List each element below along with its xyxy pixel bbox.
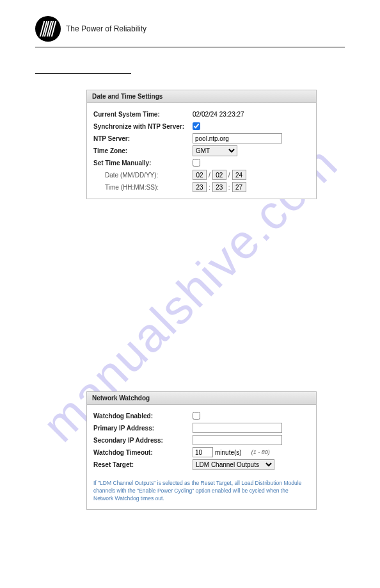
time-sep1: : [209,184,210,191]
timezone-select[interactable]: GMT [193,145,237,156]
date-mm-input[interactable] [193,170,207,180]
datetime-settings-panel: Date and Time Settings Current System Ti… [86,90,317,199]
secondary-ip-label: Secondary IP Address: [93,437,193,444]
reset-target-select[interactable]: LDM Channel Outputs [193,459,274,470]
date-sep2: / [228,172,230,179]
page-header: The Power of Reliability [35,0,345,47]
time-hh-input[interactable] [193,182,207,192]
sync-ntp-checkbox[interactable] [193,122,200,130]
time-label: Time (HH:MM:SS): [93,184,193,191]
watchdog-panel-title: Network Watchdog [87,392,316,405]
date-label: Date (MM/DD/YY): [93,172,193,179]
current-time-value: 02/02/24 23:23:27 [193,111,310,118]
tagline-text: The Power of Reliability [66,24,146,33]
primary-ip-label: Primary IP Address: [93,425,193,432]
primary-ip-input[interactable] [193,423,282,433]
watchdog-footnote: If "LDM Channel Outputs" is selected as … [87,476,316,509]
set-manual-checkbox[interactable] [193,159,200,167]
watchdog-timeout-label: Watchdog Timeout: [93,449,193,456]
set-manual-label: Set Time Manually: [93,159,193,167]
sync-ntp-label: Synchronize with NTP Server: [93,123,193,130]
network-watchdog-panel: Network Watchdog Watchdog Enabled: Prima… [86,391,317,510]
time-ss-input[interactable] [232,182,246,192]
current-time-label: Current System Time: [93,111,193,118]
watchdog-timeout-unit: minute(s) [215,449,242,456]
company-logo-icon [35,16,61,42]
secondary-ip-input[interactable] [193,435,282,445]
date-sep1: / [209,172,210,179]
date-dd-input[interactable] [212,170,226,180]
reset-target-label: Reset Target: [93,461,193,468]
watchdog-timeout-input[interactable] [193,447,213,457]
watchdog-enabled-checkbox[interactable] [193,412,200,420]
divider-top [35,73,131,74]
ntp-server-input[interactable] [193,133,282,143]
watchdog-enabled-label: Watchdog Enabled: [93,412,193,420]
date-yy-input[interactable] [232,170,246,180]
ntp-server-label: NTP Server: [93,135,193,142]
time-sep2: : [228,184,230,191]
timezone-label: Time Zone: [93,147,193,154]
time-mm-input[interactable] [212,182,226,192]
watchdog-timeout-hint: (1 - 80) [251,449,270,455]
datetime-panel-title: Date and Time Settings [87,90,316,103]
